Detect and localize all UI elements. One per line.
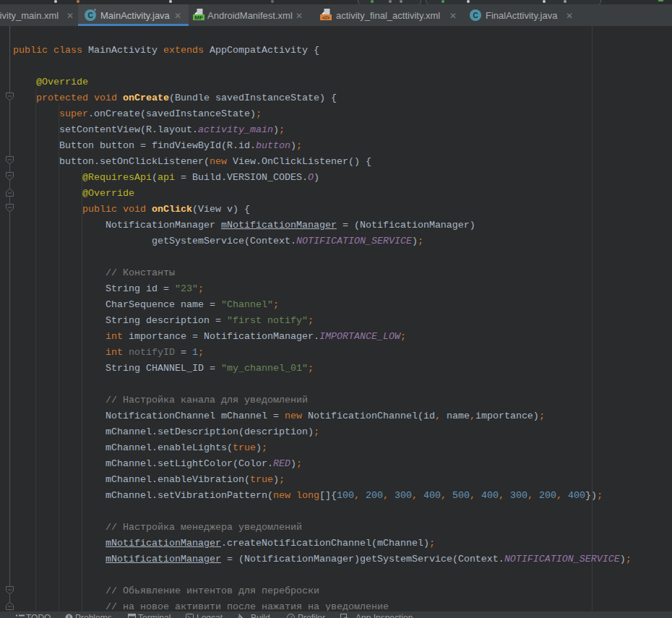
svg-text:</>: </> xyxy=(322,15,329,20)
svg-text:MF: MF xyxy=(194,14,203,21)
